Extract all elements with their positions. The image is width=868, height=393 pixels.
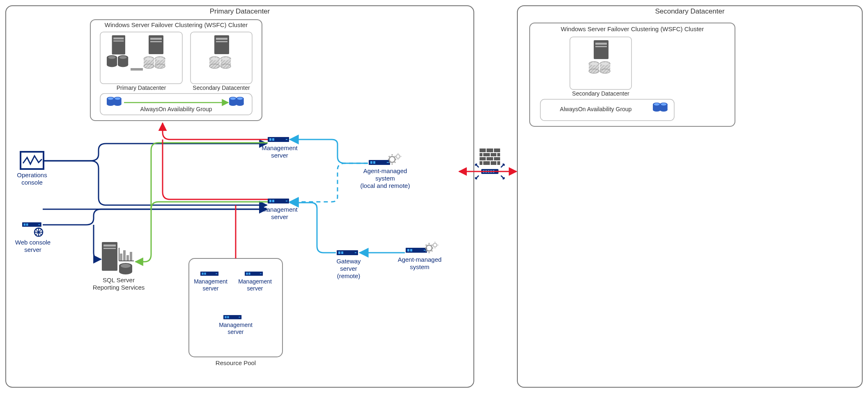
svg-rect-99 — [595, 46, 607, 47]
svg-rect-54 — [216, 38, 227, 40]
svg-rect-66 — [123, 250, 126, 261]
svg-point-73 — [119, 269, 132, 274]
svg-rect-67 — [126, 255, 129, 261]
resource-pool-title: Resource Pool — [189, 359, 282, 367]
primary-title: Primary Datacenter — [6, 7, 474, 16]
mgmt-server-2-icon — [268, 199, 289, 203]
gateway-server-label: Gateway server (remote) — [326, 258, 371, 280]
secondary-title: Secondary Datacenter — [517, 7, 862, 16]
svg-rect-49 — [150, 38, 162, 40]
primary-wsfc-primary-label: Primary Datacenter — [100, 85, 182, 91]
sql-reporting-label: SQL Server Reporting Services — [92, 276, 145, 291]
svg-point-74 — [121, 264, 131, 268]
primary-wsfc-title: Windows Server Failover Clustering (WSFC… — [90, 21, 262, 29]
mgmt-server-2-label: Management server — [257, 206, 302, 221]
rp-ms1-label: Management server — [192, 278, 229, 292]
secondary-aoag-label: AlwaysOn Availability Group — [540, 106, 651, 113]
firewall-icon — [475, 149, 504, 179]
mgmt-server-1-icon — [268, 137, 289, 142]
primary-aoag-label: AlwaysOn Availability Group — [100, 106, 252, 113]
svg-rect-55 — [216, 41, 227, 42]
secondary-wsfc-title: Windows Server Failover Clustering (WSFC… — [530, 25, 735, 33]
svg-rect-98 — [595, 43, 607, 45]
web-console-label: Web console server — [11, 239, 54, 254]
operations-console-label: Operations console — [9, 171, 55, 186]
svg-rect-51 — [131, 68, 143, 71]
svg-rect-65 — [120, 254, 122, 261]
diagram-canvas — [0, 0, 868, 393]
svg-rect-64 — [103, 248, 116, 249]
mgmt-server-1-label: Management server — [257, 144, 302, 159]
secondary-wsfc-secondary-label: Secondary Datacenter — [570, 90, 631, 97]
gateway-server-icon — [337, 250, 358, 255]
rp-ms2-label: Management server — [237, 278, 273, 292]
svg-rect-50 — [150, 41, 162, 42]
agent-managed-label: Agent-managed system — [393, 256, 446, 271]
agent-local-remote-label: Agent-managed system (local and remote) — [356, 167, 414, 190]
svg-rect-63 — [103, 244, 116, 247]
rp-ms3-label: Management server — [215, 322, 256, 336]
primary-wsfc-secondary-label: Secondary Datacenter — [191, 85, 252, 91]
svg-rect-68 — [130, 252, 132, 261]
